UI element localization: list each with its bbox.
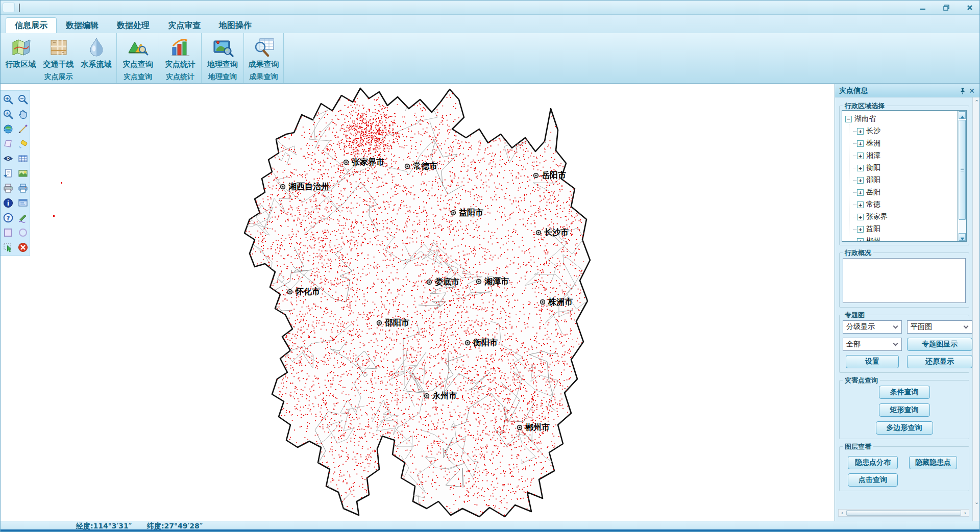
water-system-button[interactable]: 水系流域 [78, 36, 115, 69]
settings-button[interactable]: 设置 [846, 355, 899, 368]
tree-child-node-9[interactable]: +郴州 [842, 235, 958, 241]
tree-child-node-0[interactable]: +长沙 [842, 125, 958, 137]
panel-scroll-up-icon[interactable]: ⌃ [973, 98, 980, 107]
tab-2[interactable]: 数据处理 [108, 17, 159, 33]
overview-groupbox: 行政概况 [839, 252, 969, 308]
disaster-query-button[interactable]: 灾点查询 [119, 36, 157, 69]
panel-close-icon[interactable]: ✕ [967, 86, 976, 95]
tree-connector [853, 143, 857, 144]
tree-node-label: 邵阳 [866, 175, 880, 185]
ribbon-group-label: 成果查询 [244, 71, 283, 83]
click-query-button[interactable]: 点击查询 [848, 473, 898, 487]
expand-icon[interactable]: + [857, 165, 864, 171]
tool-image[interactable] [17, 167, 29, 180]
map-canvas[interactable]: 张家界市常德市岳阳市湘西自治州益阳市长沙市娄底市湘潭市怀化市株洲市邵阳市衡阳市永… [1, 84, 835, 521]
panel-scroll-right-icon[interactable]: › [962, 510, 969, 516]
tree-child-node-3[interactable]: +衡阳 [842, 162, 958, 174]
tool-pan[interactable] [17, 108, 29, 120]
tool-zoom-in[interactable]: + [2, 93, 14, 106]
tree-child-node-8[interactable]: +益阳 [842, 223, 958, 235]
minimize-button[interactable] [917, 3, 928, 12]
tab-4[interactable]: 地图操作 [210, 17, 261, 33]
panel-hscroll-thumb[interactable] [846, 510, 961, 516]
tab-0[interactable]: 信息展示 [6, 17, 57, 33]
expand-icon[interactable]: + [857, 201, 864, 208]
tool-rect-select[interactable] [2, 226, 14, 239]
geo-query-button[interactable]: 地理查询 [204, 36, 241, 69]
hide-hazard-button[interactable]: 隐藏隐患点 [909, 456, 957, 469]
disaster-stats-button[interactable]: 灾点统计 [161, 36, 199, 69]
tree-child-node-6[interactable]: +常德 [842, 198, 958, 211]
map-city-label: 衡阳市 [473, 338, 498, 347]
tool-export[interactable] [2, 167, 14, 180]
thematic-type-select[interactable]: 分级显示 [843, 320, 902, 334]
expand-icon[interactable]: + [857, 140, 864, 147]
tree-child-node-7[interactable]: +张家界 [842, 211, 958, 223]
tree-child-node-1[interactable]: +株洲 [842, 137, 958, 149]
overview-textbox[interactable] [843, 258, 966, 303]
admin-region-button[interactable]: 行政区域 [2, 36, 40, 69]
pin-icon[interactable] [958, 86, 967, 95]
tree-scroll-down[interactable] [959, 233, 966, 241]
restore-button[interactable] [941, 3, 952, 12]
tool-delete[interactable] [17, 241, 29, 254]
expand-icon[interactable]: + [857, 226, 864, 233]
tree-child-node-2[interactable]: +湘潭 [842, 149, 958, 162]
tool-eye[interactable] [2, 153, 14, 165]
tool-zoom-window[interactable]: ± [2, 108, 14, 120]
hazard-distribution-button[interactable]: 隐患点分布 [848, 456, 898, 469]
panel-hscrollbar[interactable]: ‹ › [838, 509, 969, 517]
disaster-query-groupbox: 灾害点查询 条件查询 矩形查询 多边形查询 [839, 380, 969, 439]
tool-printer[interactable] [2, 182, 14, 194]
panel-scrollbar[interactable]: ⌃ ⌄ [972, 97, 980, 521]
tree-scroll-up[interactable] [959, 111, 966, 119]
tool-print-preview[interactable] [17, 182, 29, 194]
expand-icon[interactable]: + [857, 153, 864, 159]
tree-scroll-thumb[interactable] [959, 120, 966, 220]
map-style-select[interactable]: 平面图 [907, 320, 972, 334]
overview-label: 行政概况 [843, 248, 873, 258]
tree-child-node-4[interactable]: +邵阳 [842, 174, 958, 186]
rectangle-query-button[interactable]: 矩形查询 [879, 403, 930, 417]
expand-icon[interactable]: + [857, 214, 864, 220]
expand-icon[interactable]: + [857, 128, 864, 135]
tool-pointer-select[interactable] [2, 241, 14, 254]
tool-polygon[interactable] [2, 138, 14, 150]
tool-circle-select[interactable] [17, 226, 29, 239]
tool-help[interactable]: ? [2, 212, 14, 224]
result-query-button[interactable]: 成果查询 [245, 36, 283, 69]
thematic-show-button[interactable]: 专题图显示 [907, 338, 972, 351]
close-button[interactable] [964, 3, 975, 12]
tree-child-node-5[interactable]: +岳阳 [842, 186, 958, 198]
tool-sketch[interactable] [17, 212, 29, 224]
panel-scroll-left-icon[interactable]: ‹ [839, 510, 846, 516]
restore-display-button[interactable]: 还原显示 [907, 355, 972, 368]
polygon-query-button[interactable]: 多边形查询 [876, 421, 933, 435]
tool-eraser[interactable] [17, 138, 29, 150]
tool-table[interactable] [17, 153, 29, 165]
tree-root-node[interactable]: −湖南省 [842, 113, 958, 125]
expand-icon[interactable]: + [857, 189, 864, 196]
tab-1[interactable]: 数据编辑 [57, 17, 108, 33]
ribbon-group-1: 灾点查询灾点查询 [117, 33, 159, 83]
expand-icon[interactable]: + [857, 177, 864, 184]
scope-select[interactable]: 全部 [843, 338, 902, 351]
tool-zoom-out[interactable]: − [17, 93, 29, 106]
expand-icon[interactable]: + [857, 238, 864, 242]
quick-access-toolbar[interactable] [3, 3, 15, 12]
map-city-label: 湘潭市 [484, 276, 509, 286]
tool-info[interactable]: i [2, 197, 14, 209]
condition-query-button[interactable]: 条件查询 [879, 386, 930, 399]
tree-scrollbar[interactable] [958, 111, 966, 241]
thematic-label: 专题图 [843, 311, 867, 320]
panel-scroll-down-icon[interactable]: ⌄ [973, 498, 980, 506]
window-controls [917, 1, 975, 15]
tab-3[interactable]: 灾点审查 [159, 17, 210, 33]
tool-measure[interactable] [17, 123, 29, 135]
svg-text:i: i [7, 199, 9, 207]
traffic-lines-button[interactable]: 交通干线 [40, 36, 78, 69]
tool-globe[interactable] [2, 123, 14, 135]
ribbon: 行政区域交通干线水系流域灾点展示灾点查询灾点查询灾点统计灾点统计地理查询地理查询… [1, 33, 979, 84]
collapse-icon[interactable]: − [845, 116, 852, 122]
tool-window[interactable] [17, 197, 29, 209]
